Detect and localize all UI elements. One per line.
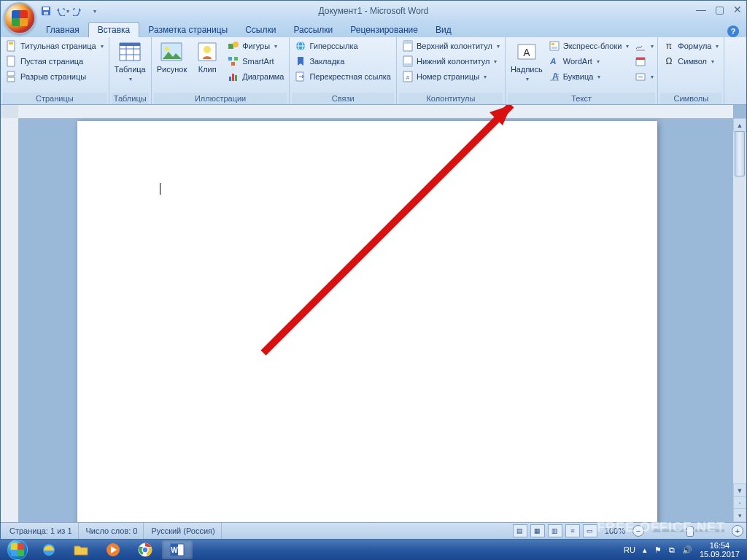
qat-customize[interactable]: ▾ [87, 4, 101, 18]
zoom-level[interactable]: 100% [605, 526, 625, 535]
svg-text:A: A [523, 47, 530, 58]
svg-rect-1 [43, 7, 49, 10]
chart-button[interactable]: Диаграмма [225, 69, 287, 84]
svg-point-19 [233, 42, 239, 47]
taskbar-chrome[interactable] [130, 540, 160, 559]
wordart-button[interactable]: AWordArt▾ [546, 54, 632, 69]
zoom-in-button[interactable]: + [732, 525, 743, 537]
quickparts-button[interactable]: Экспресс-блоки▾ [546, 39, 632, 53]
tray-clock[interactable]: 16:5415.09.2017 [700, 541, 740, 559]
dropcap-button[interactable]: AБуквица▾ [546, 69, 632, 84]
header-button[interactable]: Верхний колонтитул▾ [399, 39, 503, 53]
svg-rect-7 [7, 77, 15, 82]
undo-icon [55, 6, 65, 16]
view-full-reading[interactable]: ▦ [530, 524, 545, 537]
datetime-icon [635, 55, 646, 67]
tab-home[interactable]: Главная [37, 23, 88, 37]
qat-save[interactable] [39, 4, 53, 18]
windows-orb-icon [7, 540, 28, 560]
page-number-button[interactable]: #Номер страницы▾ [399, 69, 503, 84]
bookmark-icon [295, 55, 306, 67]
bookmark-button[interactable]: Закладка [292, 54, 394, 69]
group-links: Гиперссылка Закладка Перекрестная ссылка… [290, 37, 397, 104]
view-web-layout[interactable]: ▥ [548, 524, 562, 537]
tray-volume-icon[interactable]: 🔊 [682, 545, 692, 555]
picture-button[interactable]: Рисунок [154, 39, 190, 75]
signature-icon [635, 40, 646, 52]
maximize-button[interactable]: ▢ [715, 4, 724, 15]
svg-rect-20 [228, 57, 232, 61]
view-outline[interactable]: ≡ [565, 524, 580, 537]
ruler-corner[interactable] [1, 105, 19, 119]
svg-rect-33 [403, 63, 412, 66]
smartart-button[interactable]: SmartArt [225, 54, 287, 69]
svg-rect-23 [229, 77, 231, 81]
title-bar: ▾ ▾ Документ1 - Microsoft Word — ▢ ✕ [1, 1, 746, 21]
tray-language[interactable]: RU [624, 545, 635, 554]
tab-references[interactable]: Ссылки [236, 23, 285, 37]
document-page[interactable] [77, 121, 657, 522]
office-button[interactable] [4, 2, 36, 34]
zoom-slider-thumb[interactable] [686, 526, 694, 537]
tray-network-icon[interactable]: ⧉ [669, 545, 675, 555]
zoom-slider[interactable] [651, 529, 724, 532]
status-words[interactable]: Число слов: 0 [80, 523, 144, 539]
table-button[interactable]: Таблица▾ [112, 39, 149, 85]
svg-rect-48 [636, 58, 645, 60]
shapes-button[interactable]: Фигуры▾ [225, 39, 287, 53]
wordart-icon: A [549, 55, 560, 67]
hyperlink-button[interactable]: Гиперссылка [292, 39, 394, 53]
signature-line-button[interactable]: ▾ [633, 39, 655, 53]
help-icon[interactable]: ? [727, 26, 739, 37]
tab-mailings[interactable]: Рассылки [285, 23, 341, 37]
taskbar-explorer[interactable] [66, 540, 96, 559]
taskbar-media-player[interactable] [98, 540, 128, 559]
taskbar-word[interactable]: W [162, 540, 193, 559]
tray-action-center-icon[interactable]: ⚑ [654, 545, 662, 555]
clipart-button[interactable]: Клип [190, 39, 225, 75]
close-button[interactable]: ✕ [733, 4, 742, 15]
object-button[interactable]: ▾ [633, 69, 655, 84]
equation-button[interactable]: πФормула▾ [660, 39, 721, 53]
footer-button[interactable]: Нижний колонтитул▾ [399, 54, 503, 69]
scroll-thumb[interactable] [735, 131, 745, 176]
tray-show-hidden[interactable]: ▴ [643, 545, 647, 555]
tab-page-layout[interactable]: Разметка страницы [139, 23, 236, 37]
symbol-button[interactable]: ΩСимвол▾ [660, 54, 721, 69]
qat-redo[interactable] [71, 4, 85, 18]
svg-point-15 [165, 47, 169, 51]
zoom-out-button[interactable]: − [632, 525, 644, 537]
svg-rect-25 [235, 75, 237, 81]
blank-page-button[interactable]: Пустая страница [3, 54, 107, 69]
window-title: Документ1 - Microsoft Word [1, 6, 746, 16]
text-cursor [160, 183, 160, 195]
table-icon [118, 40, 142, 63]
page-break-button[interactable]: Разрыв страницы [3, 69, 107, 84]
crossref-button[interactable]: Перекрестная ссылка [292, 69, 394, 84]
tab-insert[interactable]: Вставка [88, 22, 140, 37]
tab-review[interactable]: Рецензирование [341, 23, 427, 37]
svg-rect-6 [7, 71, 15, 76]
vertical-scrollbar[interactable]: ▲ ▼ ◦ ▾ [733, 118, 746, 522]
scroll-up-button[interactable]: ▲ [733, 118, 746, 132]
blank-page-icon [6, 55, 18, 67]
status-page[interactable]: Страница: 1 из 1 [4, 523, 79, 539]
horizontal-ruler[interactable] [18, 105, 733, 119]
cover-page-button[interactable]: Титульная страница▾ [3, 39, 107, 53]
tab-view[interactable]: Вид [427, 23, 460, 37]
date-time-button[interactable] [633, 54, 655, 69]
vertical-ruler[interactable] [1, 118, 19, 522]
textbox-button[interactable]: AНадпись▾ [508, 39, 546, 85]
status-language[interactable]: Русский (Россия) [145, 523, 221, 539]
svg-text:A: A [549, 56, 557, 66]
start-button[interactable] [3, 540, 32, 559]
minimize-button[interactable]: — [696, 4, 706, 15]
svg-rect-18 [228, 44, 233, 49]
view-print-layout[interactable]: ▤ [513, 524, 527, 537]
next-page-button[interactable]: ▾ [733, 508, 746, 522]
group-text: AНадпись▾ Экспресс-блоки▾ AWordArt▾ AБук… [506, 37, 658, 104]
view-draft[interactable]: ▭ [583, 524, 597, 537]
qat-undo[interactable]: ▾ [55, 4, 69, 18]
taskbar-ie[interactable] [34, 540, 64, 559]
svg-point-17 [204, 46, 211, 53]
